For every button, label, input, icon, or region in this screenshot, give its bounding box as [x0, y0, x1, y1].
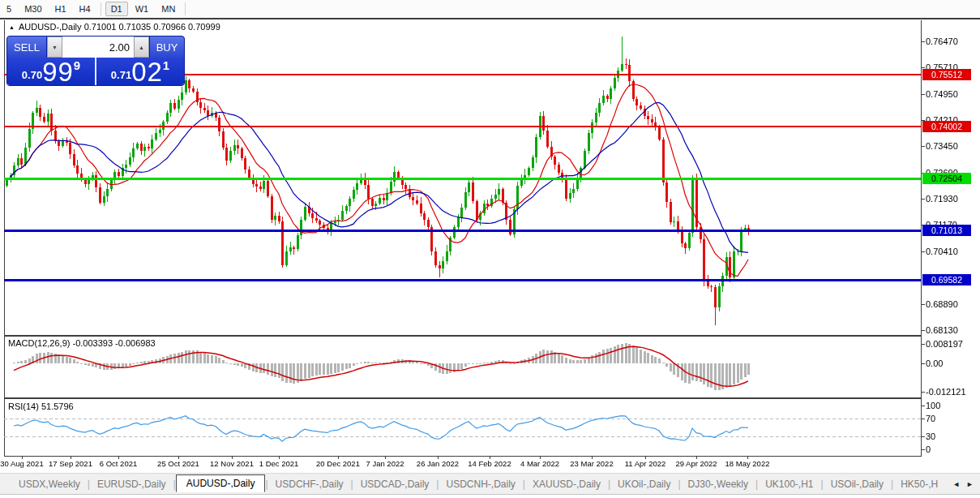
- time-axis-label: 1 Dec 2021: [259, 459, 299, 468]
- tab-xauusd-[interactable]: XAUUSD-,Daily: [525, 475, 608, 493]
- time-axis-label: 29 Apr 2022: [675, 459, 717, 468]
- tab-scroll-right-icon[interactable]: ►: [966, 480, 974, 488]
- timeframe-button-h4[interactable]: H4: [74, 2, 96, 16]
- macd-axis-tick: 0.00: [926, 358, 943, 368]
- sell-price-pip: 9: [74, 58, 80, 72]
- timeframe-button-d1[interactable]: D1: [105, 2, 128, 16]
- time-axis-label: 7 Jan 2022: [366, 459, 404, 468]
- level-price-badge: 0.71013: [922, 225, 971, 236]
- tab-audusd-[interactable]: AUDUSD-,Daily: [176, 474, 266, 492]
- time-axis-label: 20 Dec 2021: [316, 459, 360, 468]
- timeframe-button-m30[interactable]: M30: [19, 2, 47, 16]
- buy-price-pip: 1: [163, 58, 169, 72]
- symbol-period-label: AUDUSD-,Daily: [19, 22, 82, 32]
- timeframe-button-mn[interactable]: MN: [156, 2, 181, 16]
- rsi-panel-label: RSI(14) 51.5796: [8, 401, 74, 411]
- buy-button[interactable]: BUY: [149, 36, 184, 58]
- rsi-axis-tick: 0: [926, 444, 931, 454]
- tab-usdcnh-[interactable]: USDCNH-,Daily: [439, 475, 522, 493]
- chevron-down-icon: ▼: [52, 45, 58, 50]
- timeframe-button-5[interactable]: 5: [1, 2, 17, 16]
- price-axis-tick: 0.68890: [926, 299, 958, 309]
- price-axis-tick: 0.70410: [926, 247, 958, 256]
- sell-price-display[interactable]: 0.70 99 9: [7, 58, 95, 85]
- macd-axis-tick: 0.008197: [926, 339, 963, 349]
- price-axis-tick: 0.68130: [926, 325, 958, 335]
- level-price-badge: 0.69582: [922, 274, 971, 285]
- trade-panel-top-row: SELL ▼ 2.00 ▲ BUY: [7, 36, 184, 58]
- buy-price-big: 02: [131, 60, 163, 84]
- price-axis-tick: 0.74950: [926, 89, 958, 99]
- volume-decrease-button[interactable]: ▼: [47, 36, 62, 58]
- sell-price-small: 0.70: [22, 69, 42, 84]
- tab-usdx[interactable]: USDX,Weekly: [11, 475, 88, 493]
- time-axis-label: 11 Apr 2022: [625, 459, 666, 468]
- one-click-trade-panel: SELL ▼ 2.00 ▲ BUY 0.70 99 9 0.71 02 1: [6, 36, 185, 86]
- time-axis-label: 26 Jan 2022: [417, 459, 459, 468]
- tab-dj30-[interactable]: DJ30-,Weekly: [681, 475, 755, 493]
- toolbar-separator: [101, 2, 101, 15]
- level-price-badge: 0.72504: [922, 173, 971, 184]
- time-axis-label: 4 Mar 2022: [520, 459, 559, 468]
- time-axis-label: 12 Nov 2021: [210, 459, 254, 468]
- time-axis-label: 6 Oct 2021: [100, 459, 137, 468]
- toolbar-separator: [185, 2, 186, 15]
- timeframe-toolbar: 5M30H1H4D1W1MN: [0, 0, 980, 18]
- price-axis-tick: 0.73450: [926, 141, 958, 151]
- level-price-badge: 0.75512: [922, 69, 971, 80]
- ohlc-values-label: 0.71001 0.71035 0.70966 0.70999: [84, 22, 220, 32]
- symbol-tab-bar: USDX,Weekly|EURUSD-,Daily|AUDUSD-,Daily|…: [0, 473, 980, 495]
- triangle-up-icon: ▲: [9, 24, 15, 30]
- sell-button[interactable]: SELL: [7, 36, 47, 58]
- chevron-up-icon: ▲: [139, 45, 144, 50]
- tab-eurusd-[interactable]: EURUSD-,Daily: [90, 475, 173, 493]
- tab-usdchf-[interactable]: USDCHF-,Daily: [268, 475, 351, 493]
- buy-price-small: 0.71: [111, 69, 131, 84]
- volume-field[interactable]: 2.00: [62, 36, 134, 58]
- macd-axis-tick: -0.012121: [926, 387, 966, 397]
- time-axis-label: 25 Oct 2021: [157, 459, 199, 468]
- time-axis-label: 14 Feb 2022: [468, 459, 511, 468]
- tab-hk50-[interactable]: HK50-,H: [893, 475, 945, 493]
- rsi-axis-tick: 70: [926, 414, 935, 423]
- tab-scroll-left-icon[interactable]: ◄: [952, 480, 960, 488]
- time-axis-label: 18 May 2022: [725, 459, 770, 468]
- volume-increase-button[interactable]: ▲: [134, 36, 149, 58]
- tab-ukoil-[interactable]: UKOil-,Daily: [610, 475, 678, 493]
- buy-price-display[interactable]: 0.71 02 1: [96, 58, 184, 85]
- tab-uk100-[interactable]: UK100-,H1: [758, 475, 820, 493]
- trade-panel-price-row: 0.70 99 9 0.71 02 1: [7, 58, 184, 85]
- timeframe-button-w1[interactable]: W1: [130, 2, 155, 16]
- time-axis-label: 30 Aug 2021: [0, 459, 43, 468]
- volume-stepper: ▼ 2.00 ▲: [47, 36, 149, 58]
- time-axis-label: 23 Mar 2022: [570, 459, 613, 468]
- tab-usdcad-[interactable]: USDCAD-,Daily: [353, 475, 437, 493]
- time-axis-label: 17 Sep 2021: [49, 459, 92, 468]
- macd-panel-label: MACD(12,26,9) -0.003393 -0.006983: [8, 338, 156, 348]
- rsi-axis-tick: 100: [926, 401, 940, 410]
- timeframe-button-h1[interactable]: H1: [49, 2, 72, 16]
- price-axis-tick: 0.71930: [926, 194, 958, 204]
- price-axis-tick: 0.76470: [926, 36, 958, 46]
- tab-scroll-buttons: ◄►: [952, 480, 980, 488]
- rsi-axis-tick: 30: [926, 431, 935, 441]
- sell-price-big: 99: [42, 60, 74, 84]
- chart-title: ▲AUDUSD-,Daily 0.71001 0.71035 0.70966 0…: [9, 22, 220, 32]
- level-price-badge: 0.74002: [922, 121, 971, 132]
- mt4-window: 5M30H1H4D1W1MN ▲AUDUSD-,Daily 0.71001 0.…: [0, 0, 980, 498]
- tab-usoil-[interactable]: USOil-,Daily: [824, 475, 891, 493]
